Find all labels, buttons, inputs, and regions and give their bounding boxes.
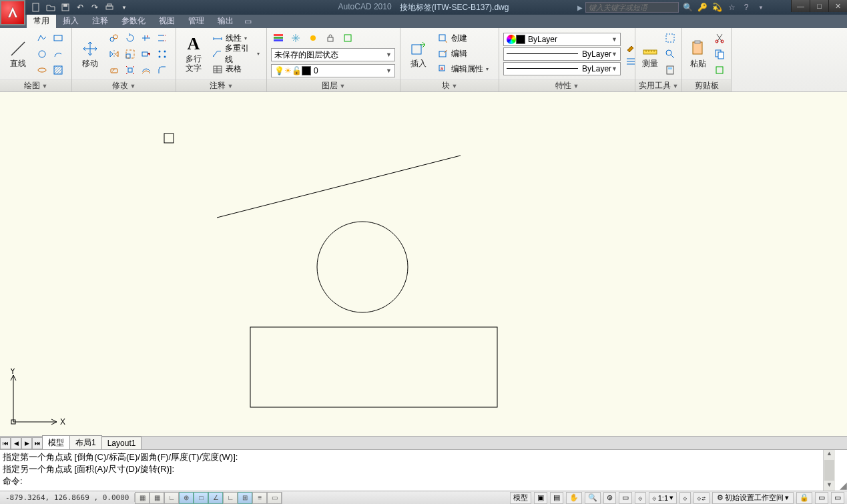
- move-button[interactable]: 移动: [76, 30, 104, 78]
- polyline-icon[interactable]: [35, 31, 49, 45]
- layout-last-button[interactable]: ⏭: [32, 437, 43, 449]
- panel-draw-title[interactable]: 绘图▼: [0, 79, 71, 91]
- lineweight-combo[interactable]: ByLayer▼: [503, 47, 621, 61]
- insert-button[interactable]: 插入: [404, 30, 433, 78]
- layer-properties-icon[interactable]: [271, 31, 286, 45]
- snap-toggle[interactable]: ▦: [135, 492, 150, 504]
- rectangle-icon[interactable]: [51, 31, 65, 45]
- command-window[interactable]: 指定第一个角点或 [倒角(C)/标高(E)/圆角(F)/厚度(T)/宽度(W)]…: [0, 449, 847, 491]
- ducs-toggle[interactable]: ∟: [223, 492, 238, 504]
- tab-view[interactable]: 视图: [152, 13, 182, 28]
- drawing-canvas[interactable]: Y X: [0, 92, 847, 436]
- scale-icon[interactable]: [123, 47, 137, 61]
- qat-print-icon[interactable]: [103, 1, 116, 13]
- paste-button[interactable]: 粘贴: [686, 30, 710, 78]
- panel-annot-title[interactable]: 注释▼: [176, 79, 266, 91]
- command-text[interactable]: 指定第一个角点或 [倒角(C)/标高(E)/圆角(F)/厚度(T)/宽度(W)]…: [0, 450, 823, 491]
- scroll-up-icon[interactable]: ▲: [824, 450, 835, 459]
- annotation-autoscale-icon[interactable]: ⟐⇄: [693, 492, 710, 504]
- grid-toggle[interactable]: ▦: [150, 492, 164, 504]
- copy-icon[interactable]: [107, 31, 121, 45]
- block-create-button[interactable]: 创建: [435, 31, 491, 46]
- linetype-combo[interactable]: ByLayer▼: [503, 62, 621, 75]
- application-menu-button[interactable]: [0, 0, 25, 25]
- line-button[interactable]: 直线: [4, 30, 32, 78]
- layer-state-combo[interactable]: 未保存的图层状态▼: [271, 48, 395, 61]
- toolbar-lock-icon[interactable]: 🔒: [796, 492, 812, 504]
- table-button[interactable]: 表格: [210, 62, 262, 77]
- fillet-icon[interactable]: [155, 63, 170, 77]
- dyn-toggle[interactable]: ⊞: [238, 492, 252, 504]
- annotation-scale-button[interactable]: ⟐ 1:1 ▾: [649, 492, 677, 504]
- annotation-visibility-icon[interactable]: ⟐: [679, 492, 691, 504]
- qat-open-icon[interactable]: [44, 1, 57, 13]
- key-icon[interactable]: 🔑: [696, 1, 708, 13]
- layer-combo[interactable]: 💡 ☀ 🔓 0▼: [271, 64, 395, 77]
- panel-layer-title[interactable]: 图层▼: [267, 79, 400, 91]
- panel-block-title[interactable]: 块▼: [400, 79, 499, 91]
- otrack-toggle[interactable]: ∠: [208, 492, 223, 504]
- trim-icon[interactable]: [139, 31, 154, 45]
- layer-lock-icon[interactable]: [323, 31, 338, 45]
- tab-home[interactable]: 常用: [27, 13, 56, 28]
- model-space-button[interactable]: 模型: [510, 492, 531, 504]
- arc-icon[interactable]: [51, 47, 65, 61]
- layout-next-button[interactable]: ▶: [21, 437, 32, 449]
- maximize-button[interactable]: [810, 0, 828, 12]
- color-combo[interactable]: ByLayer▼: [503, 33, 621, 46]
- ellipse-icon[interactable]: [35, 63, 49, 77]
- hatch-icon[interactable]: [51, 63, 65, 77]
- annotation-scale-icon[interactable]: ⟐: [635, 492, 646, 504]
- panel-clip-title[interactable]: 剪贴板: [682, 79, 731, 91]
- explode-icon[interactable]: [123, 63, 137, 77]
- infocenter-expand-icon[interactable]: ▶: [577, 4, 583, 11]
- layer-off-icon[interactable]: [306, 31, 320, 45]
- search-icon[interactable]: 🔍: [681, 1, 693, 13]
- ortho-toggle[interactable]: ∟: [164, 492, 179, 504]
- showmotion-icon[interactable]: ▭: [619, 492, 632, 504]
- scroll-down-icon[interactable]: ▼: [824, 481, 835, 491]
- match-icon[interactable]: [712, 63, 727, 77]
- tab-insert[interactable]: 插入: [56, 13, 85, 28]
- extend-icon[interactable]: [155, 31, 170, 45]
- infocenter-drop-icon[interactable]: ▼: [755, 1, 767, 13]
- clean-screen-icon[interactable]: ▭: [831, 492, 844, 504]
- offset-icon[interactable]: [139, 63, 154, 77]
- steering-wheel-icon[interactable]: ⊚: [603, 492, 616, 504]
- tab-annotate[interactable]: 注释: [85, 13, 115, 28]
- circle-icon[interactable]: [35, 47, 49, 61]
- workspace-switching-button[interactable]: ⚙初始设置工作空间 ▾: [712, 492, 794, 504]
- layer-freeze-icon[interactable]: [288, 31, 303, 45]
- panel-util-title[interactable]: 实用工具▼: [635, 79, 681, 91]
- command-resize-grip[interactable]: ◢: [835, 450, 847, 491]
- quickview-drawings-icon[interactable]: ▤: [550, 492, 563, 504]
- qat-dropdown-icon[interactable]: ▼: [117, 1, 131, 13]
- layout-tab-model[interactable]: 模型: [42, 435, 70, 451]
- quickview-layouts-icon[interactable]: ▣: [534, 492, 547, 504]
- qp-toggle[interactable]: ▭: [267, 492, 282, 504]
- layout-tab-2[interactable]: Layout1: [101, 437, 142, 450]
- quick-calc-icon[interactable]: [663, 63, 677, 77]
- lwt-toggle[interactable]: ≡: [252, 492, 267, 504]
- mleader-button[interactable]: 多重引线▾: [210, 47, 262, 61]
- rotate-icon[interactable]: [123, 31, 137, 45]
- stretch-icon[interactable]: [139, 47, 154, 61]
- mtext-button[interactable]: A 多行 文字: [180, 30, 207, 78]
- qat-save-icon[interactable]: [59, 1, 72, 13]
- cut-icon[interactable]: [712, 31, 727, 45]
- measure-button[interactable]: 测量: [639, 30, 660, 78]
- pan-icon[interactable]: ✋: [566, 492, 582, 504]
- zoom-icon[interactable]: 🔍: [585, 492, 601, 504]
- erase-icon[interactable]: [107, 63, 121, 77]
- minimize-button[interactable]: [791, 0, 810, 12]
- panel-modify-title[interactable]: 修改▼: [72, 79, 176, 91]
- coordinates-display[interactable]: -879.3264, 126.8669 , 0.0000: [0, 493, 135, 502]
- tab-parametric[interactable]: 参数化: [115, 13, 152, 28]
- array-icon[interactable]: [155, 47, 170, 61]
- tab-manage[interactable]: 管理: [182, 13, 211, 28]
- favorites-icon[interactable]: ☆: [726, 1, 738, 13]
- layout-first-button[interactable]: ⏮: [0, 437, 11, 449]
- qat-new-icon[interactable]: [29, 1, 43, 13]
- block-edit-button[interactable]: 编辑: [435, 47, 491, 61]
- hardware-accel-icon[interactable]: ▭: [815, 492, 828, 504]
